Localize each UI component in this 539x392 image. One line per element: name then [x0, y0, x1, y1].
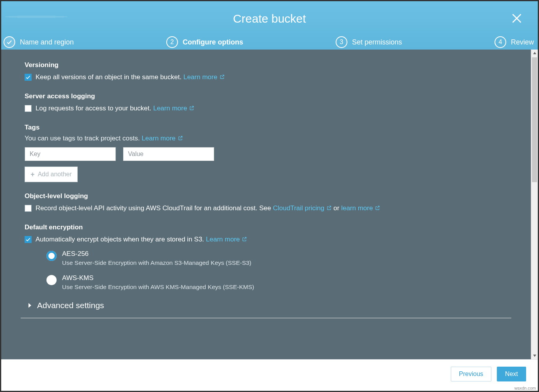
step-name-and-region[interactable]: Name and region [4, 36, 74, 48]
checkbox-label: Record object-level API activity using A… [36, 204, 271, 212]
next-button[interactable]: Next [497, 367, 526, 381]
svg-marker-4 [533, 355, 536, 357]
versioning-checkbox[interactable] [25, 74, 32, 81]
caret-right-icon [28, 301, 32, 310]
logging-checkbox[interactable] [25, 105, 32, 112]
modal-title: Create bucket [233, 12, 306, 25]
add-another-button[interactable]: + Add another [25, 167, 78, 182]
section-heading: Default encryption [25, 223, 507, 231]
section-heading: Tags [25, 124, 507, 131]
step-number-icon: 4 [495, 36, 506, 48]
close-icon [511, 18, 522, 25]
step-label: Configure options [183, 38, 243, 46]
radio-title: AWS-KMS [62, 274, 254, 282]
add-another-label: Add another [38, 171, 72, 178]
divider [21, 318, 511, 318]
versioning-section: Versioning Keep all versions of an objec… [25, 61, 507, 82]
default-encryption-section: Default encryption Automatically encrypt… [25, 223, 507, 291]
modal-content: Versioning Keep all versions of an objec… [1, 50, 531, 359]
encryption-option-awskms[interactable]: AWS-KMS Use Server-Side Encryption with … [46, 274, 507, 291]
scroll-thumb[interactable] [532, 57, 537, 182]
encryption-radio-group: AES-256 Use Server-Side Encryption with … [25, 250, 507, 291]
scroll-up-icon[interactable] [531, 50, 538, 57]
step-set-permissions[interactable]: 3 Set permissions [336, 36, 402, 48]
section-description: You can use tags to track project costs. [25, 135, 140, 142]
create-bucket-modal: Create bucket Name and region 2 Configur… [1, 1, 538, 391]
checkbox-label: Automatically encrypt objects when they … [36, 236, 204, 243]
button-label: Previous [459, 371, 483, 378]
checkbox-label: Log requests for access to your bucket. [36, 105, 151, 112]
step-label: Set permissions [352, 38, 402, 46]
modal-footer: Previous Next [1, 359, 538, 391]
encryption-checkbox[interactable] [25, 236, 32, 243]
radio-button[interactable] [46, 251, 57, 261]
radio-title: AES-256 [62, 250, 251, 258]
external-link-icon [375, 204, 380, 209]
vertical-scrollbar[interactable] [531, 50, 538, 359]
check-icon [4, 36, 15, 48]
step-number-icon: 2 [166, 36, 178, 48]
close-button[interactable] [511, 13, 527, 28]
step-review[interactable]: 4 Review [495, 36, 534, 48]
encryption-option-aes256[interactable]: AES-256 Use Server-Side Encryption with … [46, 250, 507, 266]
plus-icon: + [30, 170, 35, 179]
object-logging-checkbox[interactable] [25, 205, 32, 212]
section-heading: Versioning [25, 61, 507, 69]
external-link-icon [189, 104, 194, 109]
step-label: Review [511, 38, 534, 46]
learn-more-link[interactable]: Learn more [142, 135, 183, 142]
external-link-icon [219, 73, 225, 78]
watermark-text: wsxdn.com [514, 386, 536, 390]
external-link-icon [178, 135, 183, 140]
external-link-icon [242, 235, 247, 240]
section-heading: Server access logging [25, 92, 507, 100]
radio-description: Use Server-Side Encryption with Amazon S… [62, 259, 251, 266]
button-label: Next [505, 371, 518, 378]
step-label: Name and region [20, 38, 74, 46]
radio-description: Use Server-Side Encryption with AWS KMS-… [62, 284, 254, 291]
wizard-steps: Name and region 2 Configure options 3 Se… [1, 36, 538, 50]
object-level-logging-section: Object-level logging Record object-level… [25, 192, 507, 213]
modal-header: Create bucket Name and region 2 Configur… [1, 1, 538, 50]
scroll-down-icon[interactable] [531, 352, 538, 359]
checkbox-label: Keep all versions of an object in the sa… [36, 73, 181, 81]
tags-section: Tags You can use tags to track project c… [25, 124, 507, 182]
tag-key-input[interactable] [25, 147, 116, 161]
server-access-logging-section: Server access logging Log requests for a… [25, 92, 507, 114]
svg-marker-2 [28, 303, 31, 308]
advanced-settings-label: Advanced settings [37, 301, 104, 310]
step-number-icon: 3 [336, 36, 347, 48]
step-configure-options[interactable]: 2 Configure options [166, 36, 243, 48]
svg-marker-3 [533, 52, 536, 54]
section-heading: Object-level logging [25, 192, 507, 200]
external-link-icon [326, 204, 332, 209]
tag-value-input[interactable] [123, 147, 214, 161]
advanced-settings-toggle[interactable]: Advanced settings [25, 301, 507, 310]
or-text: or [333, 204, 341, 212]
learn-more-link[interactable]: Learn more [153, 105, 194, 112]
learn-more-link[interactable]: Learn more [183, 73, 225, 81]
learn-more-link[interactable]: Learn more [206, 236, 247, 243]
cloudtrail-pricing-link[interactable]: CloudTrail pricing [273, 204, 333, 212]
radio-button[interactable] [46, 275, 57, 285]
previous-button[interactable]: Previous [451, 367, 491, 381]
learn-more-link[interactable]: learn more [341, 204, 380, 212]
